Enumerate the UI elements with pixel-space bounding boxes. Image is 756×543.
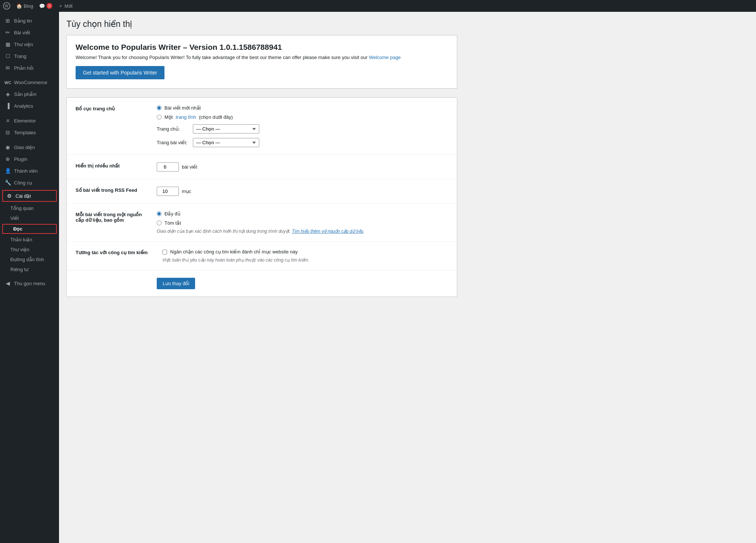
dashboard-icon: ⊞ [4,18,11,24]
radio-full-input[interactable] [157,211,162,216]
sidebar-label-plugin: Plugin [14,156,27,162]
get-started-button[interactable]: Get started with Popularis Writer [76,66,164,79]
max-display-input[interactable]: 6 [157,162,179,172]
pages-icon: ☐ [4,53,11,59]
save-button[interactable]: Lưu thay đổi [157,278,195,289]
radio-summary-input[interactable] [157,221,162,225]
feed-content-note: Giao diện của bạn xác định cách hiển thị… [157,229,448,234]
sidebar-item-san-pham[interactable]: ◈ Sản phẩm [0,88,59,100]
radio-static-page-input[interactable] [157,115,162,120]
sidebar-item-cong-cu[interactable]: 🔧 Công cụ [0,177,59,189]
homepage-layout-control: Bài viết mới nhất Một trang tĩnh (chọn d… [157,105,448,147]
plugin-icon: ⊕ [4,156,11,162]
submenu-tong-quan[interactable]: Tổng quan [0,203,59,213]
top-bar-new[interactable]: ＋ Mới [58,3,73,9]
radio-static-page[interactable]: Một trang tĩnh (chọn dưới đây) [157,114,448,120]
wp-logo[interactable]: W [3,2,10,10]
max-display-control: 6 bài viết [157,162,448,172]
top-bar-blog[interactable]: 🏠 Blog [16,3,33,9]
rss-feed-row: Số bài viết trong RSS Feed 10 mục [67,179,457,204]
checkbox-discourage-search[interactable]: Ngăn chặn các công cụ tìm kiếm đánh chỉ … [162,249,448,255]
homepage-layout-label: Bố cục trang chủ [76,105,142,111]
max-display-row: Hiển thị nhiều nhất 6 bài viết [67,155,457,179]
sidebar-label-woocommerce: WooCommerce [14,80,47,85]
radio-latest-posts-label: Bài viết mới nhất [164,105,201,111]
submenu-viet[interactable]: Viết [0,213,59,223]
homepage-layout-row: Bố cục trang chủ Bài viết mới nhất Một t… [67,98,457,155]
radio-latest-posts[interactable]: Bài viết mới nhất [157,105,448,111]
rss-feed-input-row: 10 mục [157,187,448,196]
max-display-label: Hiển thị nhiều nhất [76,162,142,169]
top-bar-comments[interactable]: 💬 0 [39,3,52,9]
posts-icon: ✏ [4,30,11,35]
max-display-input-row: 6 bài viết [157,162,448,172]
discourage-search-input[interactable] [162,250,167,255]
sidebar: ⊞ Bảng tin ✏ Bài viết ▦ Thư viện ☐ Trang… [0,12,59,543]
search-engine-control: Ngăn chặn các công cụ tìm kiếm đánh chỉ … [162,249,448,263]
cai-dat-submenu: Tổng quan Viết Đọc Thảo luận Thư viện Đư… [0,203,59,274]
comment-count: 0 [46,3,52,9]
radio-latest-posts-input[interactable] [157,106,162,110]
plus-icon: ＋ [58,3,63,9]
feed-content-note-link[interactable]: Tìm hiểu thêm về nguồn cấp dữ liệu [292,229,364,234]
sidebar-item-plugin[interactable]: ⊕ Plugin [0,153,59,165]
settings-icon: ⚙ [6,193,13,199]
sidebar-item-cai-dat[interactable]: ⚙ Cài đặt [2,190,57,202]
submenu-doc[interactable]: Đọc [2,224,57,234]
trang-bai-viet-row: Trang bài viết: — Chọn — [157,138,448,147]
sidebar-item-templates[interactable]: ⊟ Templates [0,127,59,138]
sidebar-item-giao-dien[interactable]: ◉ Giao diện [0,141,59,153]
trang-chu-select[interactable]: — Chọn — [193,124,259,134]
max-display-suffix: bài viết [182,164,197,170]
sidebar-label-cong-cu: Công cụ [14,180,32,186]
trang-bai-viet-select[interactable]: — Chọn — [193,138,259,147]
sidebar-label-templates: Templates [14,130,36,135]
radio-full[interactable]: Đầy đủ [157,211,448,217]
feed-content-row: Mỗi bài viết trong một nguồn cấp dữ liệu… [67,204,457,242]
sidebar-item-thanh-vien[interactable]: 👤 Thành viên [0,165,59,177]
products-icon: ◈ [4,91,11,97]
search-engine-note: Việc tuân thủ yêu cầu này hoàn toàn phụ … [162,257,448,263]
sidebar-item-analytics[interactable]: ▐ Analytics [0,100,59,112]
radio-full-label: Đầy đủ [164,211,180,217]
tools-icon: 🔧 [4,180,11,186]
static-page-link[interactable]: trang tĩnh [176,114,196,120]
sidebar-item-bang-tin[interactable]: ⊞ Bảng tin [0,15,59,27]
sidebar-label-trang: Trang [14,53,26,59]
woo-icon: WC [4,80,11,85]
sidebar-label-analytics: Analytics [14,103,33,109]
submenu-thu-vien[interactable]: Thư viện [0,245,59,255]
sidebar-item-bai-viet[interactable]: ✏ Bài viết [0,27,59,38]
rss-feed-input[interactable]: 10 [157,187,179,196]
radio-summary[interactable]: Tóm tắt [157,220,448,226]
submenu-rieng-tu[interactable]: Riêng tư [0,264,59,274]
blog-label: Blog [24,3,33,9]
sidebar-item-trang[interactable]: ☐ Trang [0,50,59,62]
sidebar-label-bai-viet: Bài viết [14,30,30,35]
submenu-duong-dan-tinh[interactable]: Đường dẫn tĩnh [0,255,59,264]
users-icon: 👤 [4,168,11,174]
appearance-icon: ◉ [4,144,11,150]
sidebar-label-bang-tin: Bảng tin [14,18,32,24]
sidebar-item-phan-hoi[interactable]: ✉ Phản hồi [0,62,59,74]
sidebar-item-woocommerce[interactable]: WC WooCommerce [0,77,59,88]
welcome-box: Welcome to Popularis Writer – Version 1.… [66,35,457,89]
sidebar-label-thanh-vien: Thành viên [14,168,38,174]
welcome-page-link[interactable]: Welcome page [369,55,400,60]
feed-content-radio-group: Đầy đủ Tóm tắt [157,211,448,226]
feed-content-label: Mỗi bài viết trong một nguồn cấp dữ liệu… [76,211,142,223]
trang-bai-viet-label: Trang bài viết: [157,140,190,145]
submenu-thao-luan[interactable]: Thảo luận [0,235,59,245]
feed-content-control: Đầy đủ Tóm tắt Giao diện của bạn xác địn… [157,211,448,234]
rss-feed-suffix: mục [182,189,191,194]
radio-static-page-prefix: Một [164,114,173,120]
sidebar-item-thu-vien[interactable]: ▦ Thư viện [0,38,59,50]
sidebar-collapse[interactable]: ◀ Thu gọn menu [0,277,59,289]
top-bar: W 🏠 Blog 💬 0 ＋ Mới [0,0,756,12]
sidebar-item-elementor[interactable]: ≡ Elementor [0,115,59,127]
layout: ⊞ Bảng tin ✏ Bài viết ▦ Thư viện ☐ Trang… [0,12,756,543]
comment-icon: 💬 [39,3,45,9]
radio-summary-label: Tóm tắt [164,220,181,226]
templates-icon: ⊟ [4,129,11,135]
new-label: Mới [65,3,73,9]
